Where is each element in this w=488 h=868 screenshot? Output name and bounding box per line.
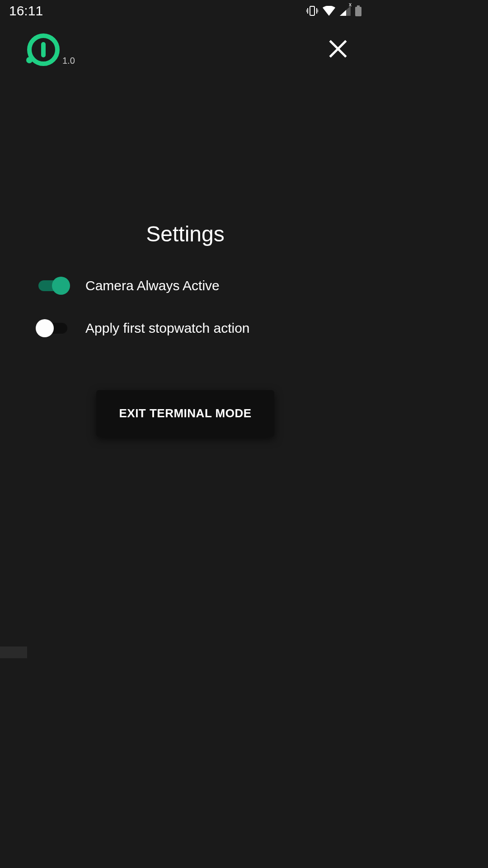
close-button[interactable] (324, 34, 352, 65)
settings-content: Settings Camera Always Active Apply firs… (0, 222, 371, 437)
nav-indicator (0, 646, 27, 658)
svg-rect-0 (310, 6, 314, 15)
page-title: Settings (146, 222, 224, 246)
wifi-icon (323, 6, 335, 16)
app-header: 1.0 (0, 27, 371, 72)
exit-terminal-button[interactable]: EXIT TERMINAL MODE (96, 390, 274, 437)
app-version: 1.0 (62, 56, 75, 66)
svg-rect-2 (355, 7, 361, 16)
cell-signal-icon: x (340, 6, 351, 16)
status-icons: x (306, 5, 361, 16)
app-logo: 1.0 (27, 33, 75, 66)
vibrate-icon (306, 5, 318, 16)
screen: 16:11 x (0, 0, 371, 658)
label-camera-active: Camera Always Active (85, 278, 220, 293)
battery-icon (355, 5, 361, 16)
logo-ring-icon (27, 33, 60, 66)
label-first-stopwatch: Apply first stopwatch action (85, 321, 250, 336)
svg-rect-1 (357, 5, 360, 7)
status-bar: 16:11 x (0, 0, 371, 22)
setting-first-stopwatch: Apply first stopwatch action (0, 321, 371, 336)
setting-camera-active: Camera Always Active (0, 278, 371, 293)
toggle-first-stopwatch[interactable] (38, 323, 67, 334)
toggle-camera-active[interactable] (38, 280, 67, 291)
close-icon (327, 53, 349, 61)
status-time: 16:11 (9, 3, 43, 19)
